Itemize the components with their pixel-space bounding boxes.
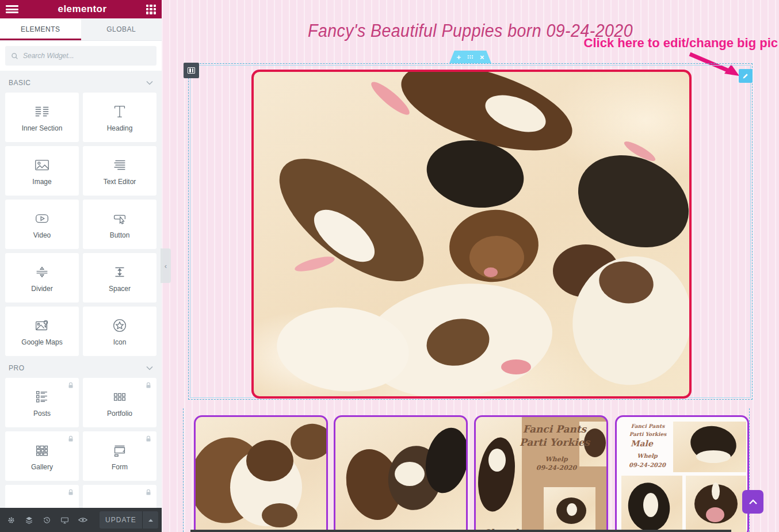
elementor-editor: elementor ELEMENTS GLOBAL BASIC I (0, 0, 779, 532)
chevron-down-icon (146, 366, 153, 370)
widget-button[interactable]: Button (83, 200, 156, 249)
collage-photo (544, 487, 595, 532)
edit-instruction-text: Click here to edit/change big pic (584, 36, 778, 51)
star-circle-icon (111, 317, 128, 334)
history-icon[interactable] (38, 508, 56, 532)
apps-grid-icon[interactable] (146, 5, 156, 14)
hamburger-menu-icon[interactable] (6, 5, 18, 13)
section-controls: + × (449, 51, 491, 63)
lock-icon (144, 435, 152, 443)
scroll-to-top-button[interactable] (742, 490, 763, 514)
lock-icon (67, 435, 75, 443)
thumbnail-male-collage[interactable]: Fanci Pants Parti Yorkies Male Whelp 09-… (615, 415, 749, 532)
search-icon (11, 52, 18, 60)
collage-sex-text: Male (631, 439, 653, 448)
puppy-blob (643, 493, 658, 517)
widget-spacer[interactable]: Spacer (83, 253, 156, 303)
thumbnail-chocolate-collage[interactable]: Fanci Pants Parti Yorkies Whelp 09-24-20… (474, 415, 608, 532)
heading-icon (111, 103, 128, 120)
panel-footer: UPDATE (0, 508, 162, 532)
puppy-blob (696, 450, 731, 463)
widget-inner-section[interactable]: Inner Section (5, 93, 79, 142)
widget-icon[interactable]: Icon (83, 307, 156, 356)
settings-gear-icon[interactable] (2, 508, 20, 532)
collage-brand-text: Fanci Pants Parti Yorkies (625, 423, 671, 438)
widget-video[interactable]: Video (5, 200, 79, 249)
inner-section-icon (33, 103, 51, 120)
column-settings-handle[interactable] (184, 63, 199, 78)
portfolio-icon (111, 388, 128, 405)
panel-header: elementor (0, 0, 162, 18)
lock-icon (67, 488, 75, 496)
video-icon (33, 210, 51, 227)
collage-brand-text: Fanci Pants Parti Yorkies (517, 423, 592, 449)
viewport-bottom-strip (190, 530, 731, 532)
delete-section-icon[interactable]: × (480, 53, 484, 61)
tab-elements[interactable]: ELEMENTS (0, 18, 81, 40)
category-pro-header[interactable]: PRO (5, 356, 156, 378)
chevron-down-icon (146, 81, 153, 85)
button-icon (111, 210, 128, 227)
widget-list: BASIC Inner Section Heading I (0, 71, 162, 532)
thumbnail-puppies-cuddling[interactable] (194, 415, 328, 532)
search-widget-area (0, 41, 162, 71)
pink-paw (293, 254, 336, 274)
collage-photo (476, 417, 522, 532)
widget-image[interactable]: Image (5, 146, 79, 196)
thumbnail-three-puppies[interactable] (334, 415, 468, 532)
divider-icon (33, 263, 51, 281)
text-editor-icon (111, 156, 128, 174)
puppy-nose (706, 507, 724, 522)
collage-photo (673, 422, 746, 472)
widget-form[interactable]: Form (83, 431, 156, 481)
column-icon (188, 67, 195, 74)
drag-section-icon[interactable] (467, 55, 473, 59)
panel-tabs: ELEMENTS GLOBAL (0, 18, 162, 41)
puppy-blob (246, 440, 293, 481)
widget-gallery[interactable]: Gallery (5, 431, 79, 481)
puppy-blob (262, 503, 297, 527)
update-button[interactable]: UPDATE (100, 511, 142, 529)
puppy-blob (712, 483, 720, 500)
pink-paw (501, 359, 531, 374)
widget-portfolio[interactable]: Portfolio (83, 378, 156, 427)
widget-google-maps[interactable]: Google Maps (5, 307, 79, 356)
puppy-blob (567, 503, 577, 516)
navigator-layers-icon[interactable] (20, 508, 38, 532)
spacer-icon (111, 263, 128, 281)
preview-eye-icon[interactable] (74, 508, 91, 532)
widget-text-editor[interactable]: Text Editor (83, 146, 156, 196)
puppy-nose (484, 267, 498, 277)
responsive-mode-icon[interactable] (56, 508, 74, 532)
editor-canvas: Fancy's Beautiful Puppies born 09-24-202… (162, 0, 779, 532)
big-puppy-photo[interactable] (251, 70, 692, 399)
elementor-logo: elementor (58, 3, 107, 15)
search-input[interactable] (23, 52, 151, 60)
puppy-blob (488, 449, 506, 472)
widget-posts[interactable]: Posts (5, 378, 79, 427)
lock-icon (144, 381, 152, 389)
collage-photo (686, 476, 746, 532)
puppy-blob (476, 435, 520, 514)
chevron-up-icon (749, 499, 758, 505)
image-icon (33, 156, 51, 174)
category-basic-header[interactable]: BASIC (5, 71, 156, 93)
collage-whelp-text: Whelp 09-24-2020 (528, 455, 585, 473)
tab-global[interactable]: GLOBAL (81, 18, 162, 40)
google-maps-icon (33, 317, 51, 334)
collage-photo (621, 476, 682, 532)
lock-icon (67, 381, 75, 389)
posts-icon (33, 388, 51, 405)
add-section-icon[interactable]: + (456, 53, 461, 61)
widget-divider[interactable]: Divider (5, 253, 79, 303)
puppy-blob (395, 462, 425, 486)
search-box[interactable] (5, 46, 156, 66)
widget-heading[interactable]: Heading (83, 93, 156, 142)
form-icon (111, 442, 128, 459)
edit-image-button[interactable] (739, 69, 753, 83)
gallery-icon (33, 442, 51, 459)
puppy-blob (288, 420, 328, 463)
update-options-caret[interactable] (142, 511, 158, 529)
panel-collapse-handle[interactable]: ‹ (161, 248, 171, 283)
elementor-panel: elementor ELEMENTS GLOBAL BASIC I (0, 0, 162, 532)
